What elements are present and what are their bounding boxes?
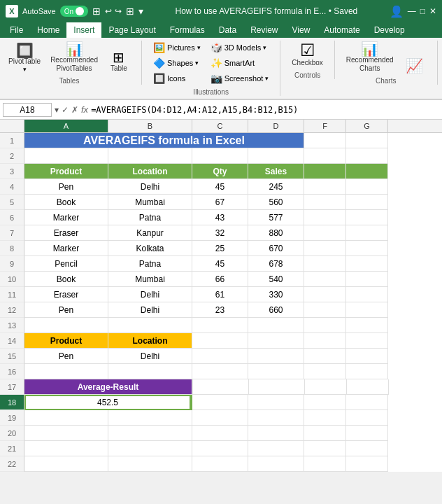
recommended-pivottables-button[interactable]: 📊 RecommendedPivotTables (48, 41, 101, 74)
undo-button[interactable]: ↩ (105, 6, 112, 16)
formula-input[interactable] (91, 105, 439, 115)
col-header-c[interactable]: C (192, 120, 248, 132)
cell-d17[interactable] (249, 379, 305, 395)
cell-e15[interactable] (304, 349, 346, 364)
cell-d6[interactable]: 577 (248, 210, 304, 225)
cell-f22[interactable] (346, 456, 388, 472)
cell-d9[interactable]: 678 (248, 256, 304, 272)
icons-button[interactable]: 🔲 Icons (150, 71, 204, 85)
cell-c12[interactable]: 23 (192, 302, 248, 318)
formula-expand-icon[interactable]: ▾ (55, 105, 59, 115)
cell-c15[interactable] (192, 349, 248, 364)
cell-e20[interactable] (304, 426, 346, 441)
cell-d2[interactable] (248, 148, 304, 164)
cell-f21[interactable] (346, 441, 388, 456)
cell-d18[interactable] (248, 395, 304, 410)
menu-view[interactable]: View (285, 22, 318, 38)
cell-e9[interactable] (304, 256, 346, 272)
recommended-charts-button[interactable]: 📊 RecommendedCharts (343, 41, 397, 74)
menu-file[interactable]: File (3, 22, 30, 38)
cell-a7[interactable]: Eraser (24, 225, 108, 241)
cell-a2[interactable] (24, 148, 108, 164)
cell-d7[interactable]: 880 (248, 225, 304, 241)
cell-b5[interactable]: Mumbai (108, 195, 192, 210)
cell-b19[interactable] (108, 410, 192, 426)
cell-b14[interactable]: Location (108, 333, 192, 349)
menu-data[interactable]: Data (212, 22, 243, 38)
cell-f11[interactable] (346, 287, 388, 302)
cell-b12[interactable]: Delhi (108, 302, 192, 318)
cell-d16[interactable] (248, 364, 304, 379)
cell-b21[interactable] (108, 441, 192, 456)
cell-reference-input[interactable] (3, 103, 52, 117)
cell-a16[interactable] (24, 364, 108, 379)
cell-c5[interactable]: 67 (192, 195, 248, 210)
cell-f15[interactable] (346, 349, 388, 364)
cell-f1[interactable] (346, 133, 388, 148)
menu-automate[interactable]: Automate (317, 22, 366, 38)
cell-d21[interactable] (248, 441, 304, 456)
cell-a18[interactable]: 452.5 (24, 395, 191, 410)
cell-d14[interactable] (248, 333, 304, 349)
cell-e16[interactable] (304, 364, 346, 379)
cell-c8[interactable]: 25 (192, 241, 248, 256)
cell-d12[interactable]: 660 (248, 302, 304, 318)
maximize-button[interactable]: □ (420, 6, 425, 16)
cell-f5[interactable] (346, 195, 388, 210)
cell-c2[interactable] (192, 148, 248, 164)
col-header-f[interactable]: G (346, 120, 388, 132)
cell-a11[interactable]: Eraser (24, 287, 108, 302)
cell-c10[interactable]: 66 (192, 272, 248, 287)
autosave-toggle[interactable]: On (60, 6, 88, 17)
cell-d4[interactable]: 245 (248, 179, 304, 195)
bar-chart-button[interactable]: 📈 (401, 57, 429, 74)
cell-b6[interactable]: Patna (108, 210, 192, 225)
col-header-b[interactable]: B (108, 120, 192, 132)
cell-d13[interactable] (248, 318, 304, 333)
cell-b7[interactable]: Kanpur (108, 225, 192, 241)
profile-icon[interactable]: 👤 (390, 5, 404, 18)
cell-f3[interactable] (346, 164, 388, 179)
cell-e4[interactable] (304, 179, 346, 195)
cell-a21[interactable] (24, 441, 108, 456)
cell-d15[interactable] (248, 349, 304, 364)
cell-b8[interactable]: Kolkata (108, 241, 192, 256)
cell-d11[interactable]: 330 (248, 287, 304, 302)
menu-formulas[interactable]: Formulas (163, 22, 212, 38)
cell-b22[interactable] (108, 456, 192, 472)
cell-d5[interactable]: 560 (248, 195, 304, 210)
cell-c22[interactable] (192, 456, 248, 472)
menu-home[interactable]: Home (30, 22, 66, 38)
cell-f6[interactable] (346, 210, 388, 225)
cell-d10[interactable]: 540 (248, 272, 304, 287)
3dmodels-button[interactable]: 🎲 3D Models ▾ (208, 41, 272, 55)
cell-e3[interactable] (304, 164, 346, 179)
cell-e1[interactable] (304, 133, 346, 148)
cell-c3[interactable]: Qty (192, 164, 248, 179)
checkbox-button[interactable]: ☑ Checkbox (289, 41, 325, 69)
pictures-button[interactable]: 🖼️ Pictures ▾ (150, 41, 204, 55)
cell-a22[interactable] (24, 456, 108, 472)
minimize-button[interactable]: — (408, 6, 416, 16)
cell-d3[interactable]: Sales (248, 164, 304, 179)
cell-a20[interactable] (24, 426, 108, 441)
cell-e2[interactable] (304, 148, 346, 164)
redo-button[interactable]: ↪ (115, 6, 122, 16)
cell-f12[interactable] (346, 302, 388, 318)
cell-c18[interactable] (192, 395, 248, 410)
cell-b3[interactable]: Location (108, 164, 192, 179)
shapes-button[interactable]: 🔷 Shapes ▾ (150, 56, 204, 70)
cell-a10[interactable]: Book (24, 272, 108, 287)
cell-b11[interactable]: Delhi (108, 287, 192, 302)
menu-page-layout[interactable]: Page Layout (101, 22, 162, 38)
format-icon[interactable]: ⊞ (92, 6, 101, 17)
cell-b10[interactable]: Mumbai (108, 272, 192, 287)
cell-a1[interactable]: AVERAGEIFS formula in Excel (24, 133, 304, 148)
cell-b20[interactable] (108, 426, 192, 441)
cell-f17[interactable] (347, 379, 389, 395)
cell-a12[interactable]: Pen (24, 302, 108, 318)
cell-c7[interactable]: 32 (192, 225, 248, 241)
cell-e12[interactable] (304, 302, 346, 318)
menu-insert[interactable]: Insert (66, 22, 101, 38)
cell-a8[interactable]: Marker (24, 241, 108, 256)
